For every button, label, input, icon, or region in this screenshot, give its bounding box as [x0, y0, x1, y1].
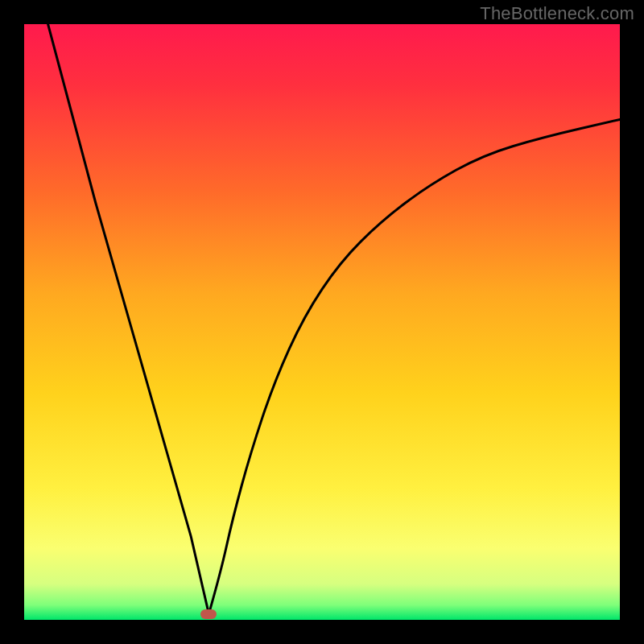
bottleneck-curve	[24, 24, 620, 620]
plot-area	[24, 24, 620, 620]
curve-right-branch	[208, 119, 620, 613]
chart-frame: TheBottleneck.com	[0, 0, 644, 644]
watermark-text: TheBottleneck.com	[480, 3, 634, 24]
curve-left-branch	[48, 24, 209, 614]
minimum-marker	[200, 609, 217, 619]
